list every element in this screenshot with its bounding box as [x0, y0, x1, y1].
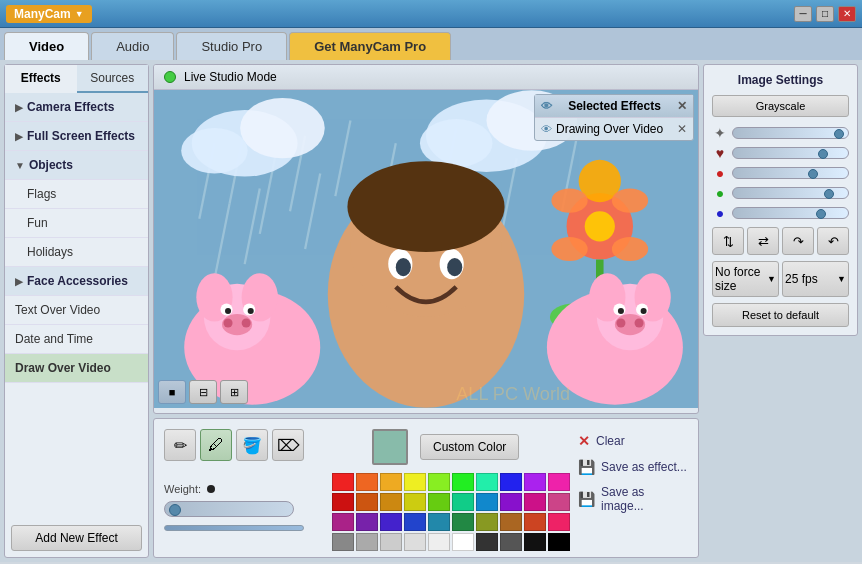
color-cell[interactable]: [332, 533, 354, 551]
tab-studio-pro[interactable]: Studio Pro: [176, 32, 287, 60]
color-cell[interactable]: [500, 533, 522, 551]
save-as-image-button[interactable]: 💾 Save as image...: [578, 485, 688, 513]
sidebar-item-flags[interactable]: Flags: [5, 180, 148, 209]
color-cell[interactable]: [452, 493, 474, 511]
svg-point-33: [612, 237, 648, 261]
tab-effects[interactable]: Effects: [5, 65, 77, 93]
sidebar-item-label: Full Screen Effects: [27, 129, 135, 143]
color-cell[interactable]: [524, 473, 546, 491]
weight-slider[interactable]: [164, 501, 294, 517]
color-cell[interactable]: [524, 493, 546, 511]
fps-select[interactable]: 25 fps ▼: [782, 261, 849, 297]
tab-audio[interactable]: Audio: [91, 32, 174, 60]
brightness-slider[interactable]: [732, 127, 849, 139]
blue-slider[interactable]: [732, 207, 849, 219]
color-cell[interactable]: [332, 493, 354, 511]
red-slider[interactable]: [732, 167, 849, 179]
sidebar-item-draw-over-video[interactable]: Draw Over Video: [5, 354, 148, 383]
color-cell[interactable]: [524, 533, 546, 551]
sidebar-item-objects[interactable]: ▼ Objects: [5, 151, 148, 180]
sidebar-item-fullscreen-effects[interactable]: ▶ Full Screen Effects: [5, 122, 148, 151]
color-cell[interactable]: [380, 493, 402, 511]
color-cell[interactable]: [548, 533, 570, 551]
contrast-slider[interactable]: [732, 147, 849, 159]
color-cell[interactable]: [404, 473, 426, 491]
sidebar-item-label: Date and Time: [15, 332, 93, 346]
color-cell[interactable]: [476, 533, 498, 551]
color-cell[interactable]: [356, 473, 378, 491]
color-cell[interactable]: [548, 473, 570, 491]
active-color-swatch[interactable]: [372, 429, 408, 465]
clear-button[interactable]: ✕ Clear: [578, 433, 688, 449]
sidebar-item-face-accessories[interactable]: ▶ Face Accessories: [5, 267, 148, 296]
close-button[interactable]: ✕: [838, 6, 856, 22]
color-cell[interactable]: [428, 533, 450, 551]
color-cell[interactable]: [500, 493, 522, 511]
view-grid-button[interactable]: ⊞: [220, 380, 248, 404]
remove-effect-icon[interactable]: ✕: [677, 122, 687, 136]
view-single-button[interactable]: ■: [158, 380, 186, 404]
mirror-v-button[interactable]: ⇅: [712, 227, 744, 255]
custom-color-button[interactable]: Custom Color: [420, 434, 519, 460]
color-cell[interactable]: [404, 513, 426, 531]
eraser-tool[interactable]: ⌦: [272, 429, 304, 461]
mirror-h-button[interactable]: ⇄: [747, 227, 779, 255]
color-cell[interactable]: [428, 513, 450, 531]
tab-sources[interactable]: Sources: [77, 65, 149, 91]
force-size-select[interactable]: No force size ▼: [712, 261, 779, 297]
color-cell[interactable]: [380, 533, 402, 551]
color-cell[interactable]: [356, 533, 378, 551]
maximize-button[interactable]: □: [816, 6, 834, 22]
color-cell[interactable]: [380, 473, 402, 491]
rotate-left-button[interactable]: ↶: [817, 227, 849, 255]
pencil-tool[interactable]: ✏: [164, 429, 196, 461]
color-cell[interactable]: [428, 473, 450, 491]
color-cell[interactable]: [332, 513, 354, 531]
color-cell[interactable]: [332, 473, 354, 491]
collapse-icon: ▶: [15, 276, 23, 287]
color-cell[interactable]: [428, 493, 450, 511]
selected-effect-item[interactable]: 👁 Drawing Over Video ✕: [535, 117, 693, 140]
close-selected-effects-icon[interactable]: ✕: [677, 99, 687, 113]
green-slider[interactable]: [732, 187, 849, 199]
grayscale-button[interactable]: Grayscale: [712, 95, 849, 117]
view-split-button[interactable]: ⊟: [189, 380, 217, 404]
color-cell[interactable]: [500, 513, 522, 531]
green-slider-row: ●: [712, 185, 849, 201]
color-cell[interactable]: [500, 473, 522, 491]
video-toolbar: ■ ⊟ ⊞: [158, 380, 248, 404]
dropdown-arrow-icon[interactable]: ▼: [75, 9, 84, 19]
color-cell[interactable]: [548, 493, 570, 511]
color-cell[interactable]: [356, 513, 378, 531]
svg-point-27: [347, 161, 504, 252]
add-new-effect-button[interactable]: Add New Effect: [11, 525, 142, 551]
color-cell[interactable]: [476, 513, 498, 531]
color-cell[interactable]: [476, 473, 498, 491]
sidebar-item-holidays[interactable]: Holidays: [5, 238, 148, 267]
color-cell[interactable]: [356, 493, 378, 511]
color-cell[interactable]: [452, 473, 474, 491]
reset-to-default-button[interactable]: Reset to default: [712, 303, 849, 327]
color-cell[interactable]: [452, 533, 474, 551]
fill-tool[interactable]: 🪣: [236, 429, 268, 461]
save-as-effect-button[interactable]: 💾 Save as effect...: [578, 459, 688, 475]
color-cell[interactable]: [548, 513, 570, 531]
color-cell[interactable]: [404, 533, 426, 551]
color-cell[interactable]: [404, 493, 426, 511]
pen-tool[interactable]: 🖊: [200, 429, 232, 461]
clear-label: Clear: [596, 434, 625, 448]
minimize-button[interactable]: ─: [794, 6, 812, 22]
sidebar-item-fun[interactable]: Fun: [5, 209, 148, 238]
title-bar: ManyCam ▼ ─ □ ✕: [0, 0, 862, 28]
rotate-right-button[interactable]: ↷: [782, 227, 814, 255]
color-cell[interactable]: [380, 513, 402, 531]
tab-video[interactable]: Video: [4, 32, 89, 60]
sidebar-item-date-and-time[interactable]: Date and Time: [5, 325, 148, 354]
color-cell[interactable]: [476, 493, 498, 511]
color-cell[interactable]: [524, 513, 546, 531]
sidebar-item-camera-effects[interactable]: ▶ Camera Effects: [5, 93, 148, 122]
tab-get-pro[interactable]: Get ManyCam Pro: [289, 32, 451, 60]
svg-point-16: [240, 98, 325, 158]
color-cell[interactable]: [452, 513, 474, 531]
sidebar-item-text-over-video[interactable]: Text Over Video: [5, 296, 148, 325]
